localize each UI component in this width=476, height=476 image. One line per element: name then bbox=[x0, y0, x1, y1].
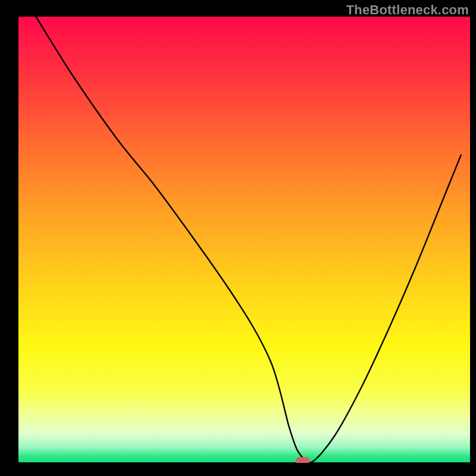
chart-container: TheBottleneck.com bbox=[0, 0, 476, 476]
bottleneck-chart bbox=[0, 0, 476, 476]
watermark-label: TheBottleneck.com bbox=[346, 2, 469, 18]
plot-background bbox=[18, 17, 470, 463]
